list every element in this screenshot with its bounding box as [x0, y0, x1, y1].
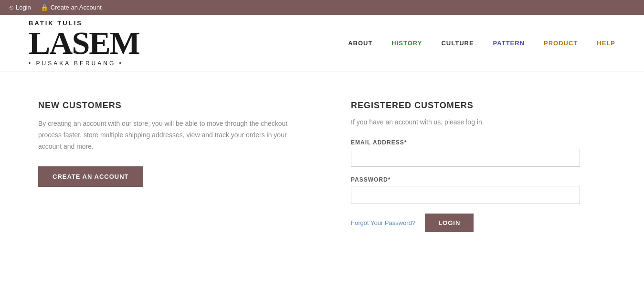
create-account-button[interactable]: CREATE AN ACCOUNT	[38, 166, 143, 187]
nav-item-pattern[interactable]: PATTERN	[493, 40, 525, 47]
email-label: EMAIL ADDRESS*	[351, 139, 606, 146]
nav-item-history[interactable]: HISTORY	[391, 40, 422, 47]
registered-customers-section: REGISTERED CUSTOMERS If you have an acco…	[322, 101, 606, 232]
nav-item-about[interactable]: ABOUT	[348, 40, 372, 47]
topbar-login-label: Login	[16, 4, 31, 11]
registered-customers-description: If you have an account with us, please l…	[351, 118, 606, 126]
login-actions: Forgot Your Password? LOGIN	[351, 214, 606, 232]
header: BATIK TULIS LASEM • PUSAKA BERUANG • ABO…	[0, 15, 644, 72]
registered-customers-title: REGISTERED CUSTOMERS	[351, 101, 606, 111]
new-customers-section: NEW CUSTOMERS By creating an account wit…	[38, 101, 322, 232]
nav-item-help[interactable]: HELP	[597, 40, 615, 47]
logo-tagline: • PUSAKA BERUANG •	[29, 60, 123, 67]
nav-item-culture[interactable]: CULTURE	[441, 40, 474, 47]
logo-main: LASEM	[29, 27, 139, 59]
main-nav: ABOUT HISTORY CULTURE PATTERN PRODUCT HE…	[348, 40, 615, 47]
topbar-create-account-link[interactable]: 🔒 Create an Account	[41, 4, 102, 11]
main-content: NEW CUSTOMERS By creating an account wit…	[0, 72, 644, 270]
nav-item-product[interactable]: PRODUCT	[544, 40, 578, 47]
logo: BATIK TULIS LASEM • PUSAKA BERUANG •	[29, 20, 139, 67]
password-input[interactable]	[351, 186, 580, 204]
new-customers-title: NEW CUSTOMERS	[38, 101, 293, 111]
login-button[interactable]: LOGIN	[425, 214, 474, 232]
password-label: PASSWORD*	[351, 176, 606, 183]
login-icon: ⎋	[10, 4, 13, 11]
new-customers-description: By creating an account with our store, y…	[38, 118, 293, 152]
topbar-login-link[interactable]: ⎋ Login	[10, 4, 31, 11]
topbar: ⎋ Login 🔒 Create an Account	[0, 0, 644, 15]
email-input[interactable]	[351, 149, 580, 167]
topbar-create-account-label: Create an Account	[51, 4, 102, 11]
lock-icon: 🔒	[41, 4, 48, 11]
password-field-group: PASSWORD*	[351, 176, 606, 204]
email-field-group: EMAIL ADDRESS*	[351, 139, 606, 167]
forgot-password-link[interactable]: Forgot Your Password?	[351, 219, 415, 226]
